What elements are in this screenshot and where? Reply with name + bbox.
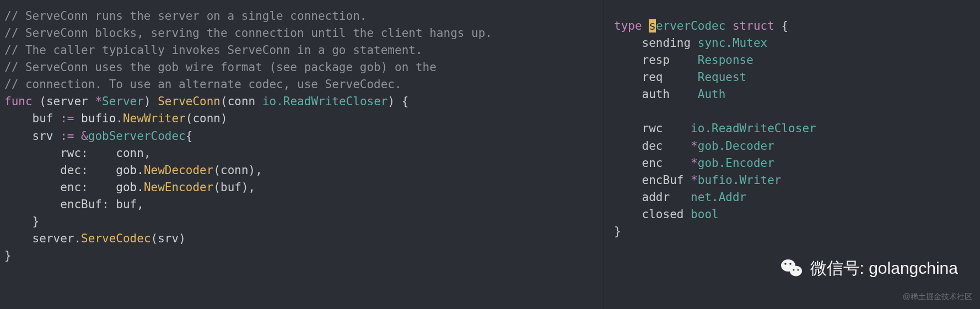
wechat-icon <box>779 256 804 280</box>
svg-point-5 <box>797 269 799 270</box>
svg-point-4 <box>793 269 794 270</box>
keyword-type: type <box>614 19 649 32</box>
code-comment: // ServeConn uses the gob wire format (s… <box>4 61 437 74</box>
svg-point-3 <box>789 263 791 265</box>
wechat-overlay: 微信号: golangchina <box>779 256 958 280</box>
wechat-label: 微信号: golangchina <box>810 256 958 280</box>
cursor-highlight: s <box>649 19 656 32</box>
code-comment: // connection. To use an alternate codec… <box>4 78 402 91</box>
keyword-func: func <box>4 95 33 108</box>
code-block-left: // ServeConn runs the server on a single… <box>4 8 599 264</box>
watermark-text: @稀土掘金技术社区 <box>903 291 972 302</box>
code-comment: // ServeConn runs the server on a single… <box>4 9 367 23</box>
svg-point-1 <box>790 265 802 276</box>
method-serveconn: ServeConn <box>158 95 220 108</box>
svg-point-2 <box>784 263 787 265</box>
code-comment: // ServeConn blocks, serving the connect… <box>4 26 492 40</box>
code-block-right: type serverCodec struct { sending sync.M… <box>614 18 970 240</box>
code-comment: // The caller typically invokes ServeCon… <box>4 44 423 57</box>
editor-left-panel[interactable]: // ServeConn runs the server on a single… <box>0 0 604 309</box>
